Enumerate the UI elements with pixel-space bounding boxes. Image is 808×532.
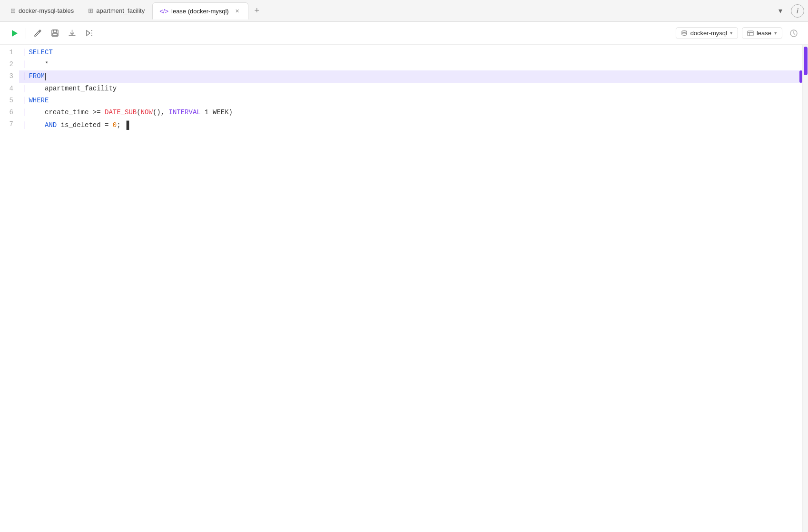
database-icon <box>681 30 688 37</box>
svg-marker-4 <box>87 30 90 36</box>
line-num-5: 5 <box>6 95 13 107</box>
line-num-3: 3 <box>6 70 13 82</box>
history-button[interactable] <box>786 26 801 41</box>
line-num-4: 4 <box>6 83 13 95</box>
code-and-indent <box>29 119 45 131</box>
table-icon-1: ⊞ <box>10 7 16 14</box>
pipe-4: │ <box>23 83 27 95</box>
code-asterisk: * <box>29 59 49 70</box>
schema-label: lease <box>757 30 771 37</box>
tab-label-1: docker-mysql-tables <box>19 7 74 14</box>
code-date-sub-fn: DATE_SUB <box>105 107 137 118</box>
save-button[interactable] <box>47 26 62 41</box>
code-create-time: create_time >= <box>29 107 105 118</box>
code-interval-val: 1 WEEK) <box>201 107 233 118</box>
chevron-down-icon: ▾ <box>778 6 782 15</box>
line-numbers: 1 2 3 4 5 6 7 <box>0 45 19 532</box>
svg-rect-3 <box>53 33 57 36</box>
connection-label: docker-mysql <box>690 30 727 37</box>
pipe-2: │ <box>23 59 27 70</box>
code-line-2: │ * <box>19 59 802 70</box>
code-line-7: │ AND is_deleted = 0; ▐ <box>19 118 802 132</box>
code-semicolon: ; <box>117 119 120 131</box>
svg-marker-0 <box>12 30 18 37</box>
add-tab-button[interactable]: + <box>250 4 264 18</box>
code-line-4: │ apartment_facility <box>19 83 802 95</box>
run-selection-icon <box>85 29 93 37</box>
pencil-icon <box>34 29 42 37</box>
code-line-1: │ SELECT <box>19 47 802 59</box>
tab-list-button[interactable]: ▾ <box>774 4 787 18</box>
pipe-5: │ <box>23 95 27 107</box>
code-line-6: │ create_time >= DATE_SUB(NOW(), INTERVA… <box>19 107 802 118</box>
info-button[interactable]: i <box>791 4 804 18</box>
tab-apartment-facility[interactable]: ⊞ apartment_facility <box>81 2 151 20</box>
code-now-paren: (), <box>153 107 169 118</box>
tab-docker-mysql-tables[interactable]: ⊞ docker-mysql-tables <box>4 2 80 20</box>
code-paren-open: ( <box>137 107 140 118</box>
info-icon: i <box>797 7 798 15</box>
keyword-from: FROM <box>29 70 45 82</box>
keyword-select: SELECT <box>29 47 52 59</box>
code-zero: 0 <box>113 119 117 131</box>
run-selection-button[interactable] <box>81 26 97 41</box>
line-num-6: 6 <box>6 107 13 118</box>
pipe-7: │ <box>23 119 27 131</box>
scrollbar-track[interactable] <box>802 45 808 532</box>
run-icon <box>10 29 19 38</box>
toolbar-right: docker-mysql ▾ lease ▾ <box>676 26 801 41</box>
download-button[interactable] <box>64 26 79 41</box>
pipe-1: │ <box>23 47 27 59</box>
line-num-1: 1 <box>6 47 13 59</box>
toolbar: docker-mysql ▾ lease ▾ <box>0 22 808 45</box>
code-line-5: │ WHERE <box>19 95 802 107</box>
text-cursor <box>45 73 46 80</box>
connection-chevron-icon: ▾ <box>730 30 733 36</box>
scrollbar-thumb[interactable] <box>804 47 808 75</box>
edit-button[interactable] <box>30 26 45 41</box>
toolbar-divider-1 <box>26 28 26 39</box>
editor-area: 1 2 3 4 5 6 7 │ SELECT │ * │ FROM │ a <box>0 45 808 532</box>
tab-label-2: apartment_facility <box>96 7 145 14</box>
line-num-7: 7 <box>6 118 13 130</box>
pipe-6: │ <box>23 107 27 118</box>
i-beam-cursor: ▐ <box>124 118 129 132</box>
save-icon <box>51 29 59 37</box>
pipe-3: │ <box>23 70 27 82</box>
run-button[interactable] <box>7 26 22 41</box>
tab-bar-right: ▾ i <box>774 4 804 18</box>
active-line-indicator <box>799 70 802 82</box>
schema-icon <box>747 30 754 37</box>
line-num-2: 2 <box>6 59 13 70</box>
connection-dropdown[interactable]: docker-mysql ▾ <box>676 27 738 39</box>
tab-close-button[interactable]: ✕ <box>234 7 241 15</box>
svg-point-8 <box>682 30 687 32</box>
code-is-deleted: is_deleted = <box>57 119 113 131</box>
code-and-kw: AND <box>45 119 57 131</box>
table-icon-2: ⊞ <box>88 7 93 14</box>
svg-rect-9 <box>748 31 753 36</box>
schema-dropdown[interactable]: lease ▾ <box>742 27 782 39</box>
code-icon-3: </> <box>159 8 168 15</box>
schema-chevron-icon: ▾ <box>774 30 777 36</box>
code-line-3: │ FROM <box>19 70 802 82</box>
code-now-fn: NOW <box>141 107 153 118</box>
download-icon <box>68 29 76 37</box>
tab-label-3: lease (docker-mysql) <box>171 8 229 15</box>
tab-lease-docker-mysql[interactable]: </> lease (docker-mysql) ✕ <box>152 2 248 20</box>
code-editor[interactable]: │ SELECT │ * │ FROM │ apartment_facility… <box>19 45 802 532</box>
svg-rect-2 <box>53 30 57 32</box>
code-table-name: apartment_facility <box>29 83 117 95</box>
tab-bar: ⊞ docker-mysql-tables ⊞ apartment_facili… <box>0 0 808 22</box>
keyword-where: WHERE <box>29 95 49 107</box>
clock-icon <box>789 29 798 38</box>
code-interval-kw: INTERVAL <box>169 107 201 118</box>
